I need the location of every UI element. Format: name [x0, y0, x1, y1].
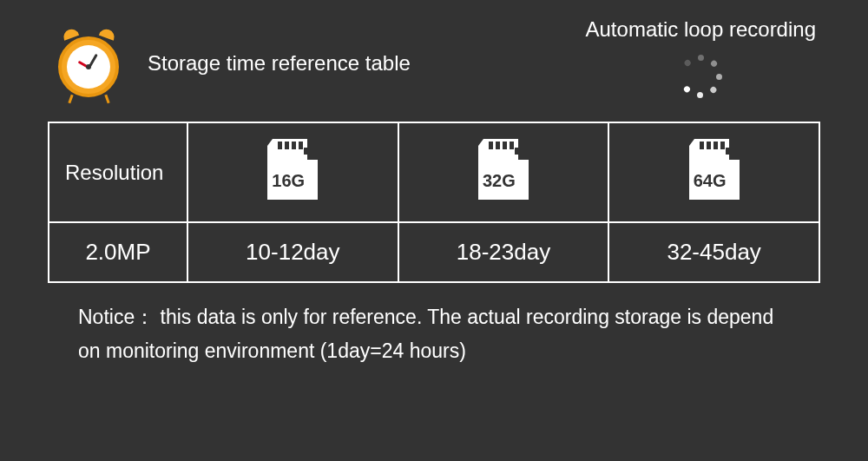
- capacity-label: 64G: [694, 171, 727, 191]
- svg-rect-7: [510, 142, 514, 149]
- svg-rect-8: [700, 142, 704, 149]
- alarm-clock-icon: [52, 26, 126, 100]
- capacity-label: 32G: [483, 171, 516, 191]
- svg-rect-3: [299, 142, 303, 149]
- capacity-cell-64g: 64G: [608, 122, 819, 222]
- loop-recording-section: Automatic loop recording: [586, 17, 816, 98]
- header: Storage time reference table Automatic l…: [0, 0, 868, 109]
- resolution-value: 2.0MP: [49, 222, 187, 282]
- sd-card-icon: 16G: [267, 139, 318, 200]
- loop-recording-title: Automatic loop recording: [586, 17, 816, 42]
- svg-rect-2: [292, 142, 296, 149]
- duration-value: 10-12day: [187, 222, 398, 282]
- svg-rect-5: [496, 142, 500, 149]
- storage-table: Resolution 16G 32G 64G 2.: [48, 122, 820, 283]
- capacity-label: 16G: [272, 171, 305, 191]
- duration-value: 18-23day: [398, 222, 609, 282]
- notice-text: Notice： this data is only for reference.…: [0, 283, 868, 368]
- resolution-header: Resolution: [49, 122, 187, 222]
- svg-rect-4: [489, 142, 493, 149]
- duration-value: 32-45day: [608, 222, 819, 282]
- page-title: Storage time reference table: [148, 51, 411, 76]
- svg-rect-11: [720, 142, 725, 149]
- table-header-row: Resolution 16G 32G 64G: [49, 122, 819, 222]
- svg-rect-1: [285, 142, 289, 149]
- svg-rect-9: [707, 142, 711, 149]
- sd-card-icon: 32G: [478, 139, 529, 200]
- storage-table-container: Resolution 16G 32G 64G 2.: [0, 109, 868, 283]
- sd-card-icon: 64G: [689, 139, 740, 200]
- loading-spinner-icon: [679, 55, 722, 98]
- table-data-row: 2.0MP 10-12day 18-23day 32-45day: [49, 222, 819, 282]
- svg-rect-10: [713, 142, 718, 149]
- capacity-cell-32g: 32G: [398, 122, 609, 222]
- svg-rect-0: [278, 142, 282, 149]
- capacity-cell-16g: 16G: [187, 122, 398, 222]
- svg-rect-6: [503, 142, 507, 149]
